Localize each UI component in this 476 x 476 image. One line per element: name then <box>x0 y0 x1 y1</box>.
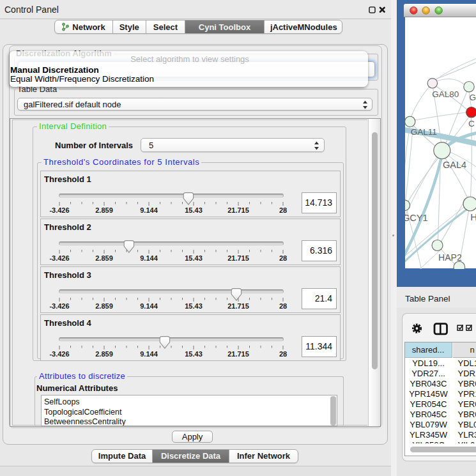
svg-text:GAL4: GAL4 <box>443 160 466 170</box>
svg-text:GA: GA <box>469 93 476 102</box>
svg-text:GAL80: GAL80 <box>432 89 459 99</box>
svg-text:H: H <box>470 211 476 222</box>
svg-text:GAL11: GAL11 <box>410 127 436 137</box>
svg-text:HAP2: HAP2 <box>438 252 462 263</box>
svg-text:C: C <box>468 119 475 128</box>
svg-text:GCY1: GCY1 <box>405 213 428 223</box>
